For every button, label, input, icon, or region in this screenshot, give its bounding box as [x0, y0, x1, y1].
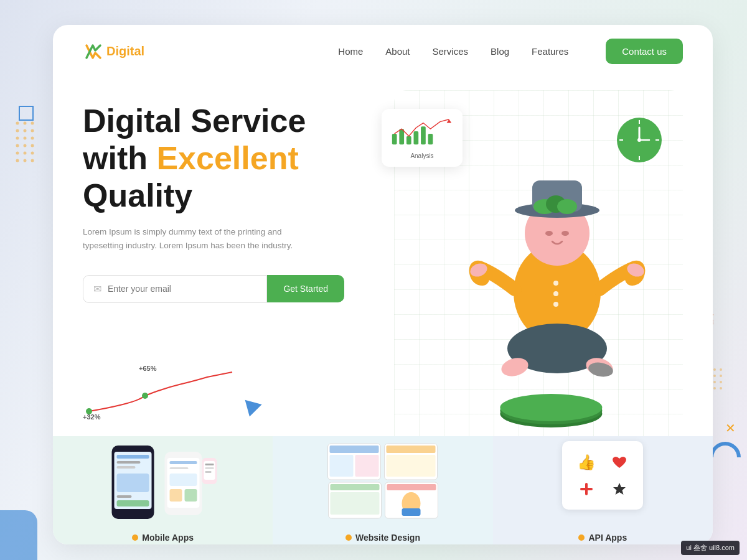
email-input-wrapper[interactable]: ✉	[83, 275, 267, 303]
hero-title: Digital Service with Excellent Quality	[83, 103, 394, 214]
api-illustration: 👍	[562, 441, 643, 510]
svg-point-3	[16, 129, 19, 133]
nav-about[interactable]: About	[385, 46, 410, 57]
email-icon: ✉	[93, 283, 101, 295]
svg-rect-78	[169, 461, 197, 464]
chart-container: +65% +32%	[83, 365, 257, 427]
service-card-api: 👍	[493, 436, 713, 544]
svg-point-7	[24, 137, 27, 140]
service-card-mobile: Mobile Apps	[53, 436, 273, 544]
svg-point-17	[31, 159, 34, 162]
service-dot-mobile	[132, 534, 138, 541]
svg-rect-94	[330, 492, 379, 515]
svg-point-26	[720, 381, 722, 383]
svg-rect-37	[428, 134, 433, 144]
svg-point-5	[31, 129, 34, 133]
chart-label-65: +65%	[139, 365, 156, 372]
service-dot-api	[578, 534, 585, 541]
svg-rect-80	[169, 474, 197, 486]
svg-point-15	[16, 159, 19, 162]
plus-icon	[573, 479, 599, 498]
svg-point-1	[24, 122, 27, 125]
svg-point-10	[24, 144, 27, 147]
nav-home[interactable]: Home	[338, 46, 363, 57]
svg-point-30	[142, 393, 148, 399]
svg-rect-86	[205, 467, 214, 469]
svg-rect-73	[116, 474, 149, 492]
nav-blog[interactable]: Blog	[491, 46, 509, 57]
chart-decoration: +65% +32%	[83, 365, 257, 427]
svg-rect-33	[399, 129, 404, 144]
svg-point-14	[31, 152, 34, 155]
email-input[interactable]	[108, 284, 256, 294]
svg-point-0	[16, 122, 19, 125]
heart-icon	[606, 452, 632, 472]
svg-point-29	[720, 387, 722, 390]
deco-x: ✕	[725, 421, 736, 436]
svg-rect-79	[169, 467, 188, 469]
analysis-chart	[389, 116, 455, 147]
watermark: ui 叁舍 uil8.com	[681, 541, 740, 555]
character-3d	[464, 124, 651, 429]
main-card: Digital Home About Services Blog Feature…	[53, 25, 713, 544]
clock-decoration	[614, 115, 664, 165]
svg-rect-82	[184, 489, 197, 502]
analysis-label: Analysis	[389, 152, 455, 159]
svg-rect-72	[116, 466, 135, 469]
service-dot-web	[345, 534, 352, 541]
svg-rect-87	[205, 471, 211, 473]
chart-label-32: +32%	[83, 413, 100, 421]
svg-point-13	[24, 152, 27, 155]
svg-rect-93	[330, 484, 379, 490]
hero-subtitle: Lorem Ipsum is simply dummy text of the …	[83, 225, 307, 252]
svg-rect-90	[329, 455, 353, 477]
navbar: Digital Home About Services Blog Feature…	[53, 25, 713, 78]
email-form: ✉ Get Started	[83, 275, 344, 303]
star-icon	[606, 479, 632, 498]
svg-rect-34	[406, 136, 411, 144]
svg-rect-89	[329, 446, 378, 453]
svg-point-25	[713, 381, 716, 383]
svg-point-8	[31, 137, 34, 140]
svg-point-4	[24, 129, 27, 133]
mobile-mockup-svg	[105, 442, 220, 522]
logo-icon	[83, 42, 103, 62]
svg-point-63	[553, 291, 558, 296]
svg-rect-99	[387, 484, 436, 490]
service-card-web: Website Design	[273, 436, 492, 544]
character-svg	[464, 124, 651, 429]
svg-point-53	[557, 199, 577, 214]
chart-svg	[83, 365, 245, 421]
svg-rect-97	[386, 455, 435, 477]
nav-links: Home About Services Blog Features	[338, 46, 568, 57]
service-label-mobile: Mobile Apps	[132, 533, 194, 543]
svg-point-22	[713, 375, 716, 377]
svg-point-11	[31, 144, 34, 147]
analysis-card: Analysis	[382, 109, 463, 167]
nav-services[interactable]: Services	[433, 46, 469, 57]
clock-svg	[614, 115, 664, 165]
get-started-button[interactable]: Get Started	[267, 275, 344, 302]
service-label-api: API Apps	[578, 533, 627, 543]
mobile-illustration	[105, 441, 220, 522]
svg-marker-104	[613, 483, 626, 495]
svg-rect-35	[414, 131, 419, 144]
svg-rect-70	[116, 455, 149, 459]
logo[interactable]: Digital	[83, 42, 144, 62]
website-illustration	[325, 441, 440, 522]
svg-point-62	[553, 281, 558, 286]
svg-point-6	[16, 137, 19, 140]
contact-button[interactable]: Contact us	[606, 39, 683, 64]
deco-square	[19, 106, 34, 121]
service-cards: Mobile Apps	[53, 436, 713, 544]
svg-rect-91	[355, 455, 378, 477]
svg-rect-75	[116, 500, 149, 506]
svg-point-19	[713, 368, 716, 371]
deco-bottom-left	[0, 510, 37, 560]
hero-section: Digital Service with Excellent Quality L…	[53, 78, 713, 544]
website-mockup-svg	[325, 441, 440, 521]
nav-features[interactable]: Features	[532, 46, 568, 57]
svg-point-23	[720, 375, 722, 377]
svg-point-12	[16, 152, 19, 155]
logo-text: Digital	[106, 44, 144, 58]
